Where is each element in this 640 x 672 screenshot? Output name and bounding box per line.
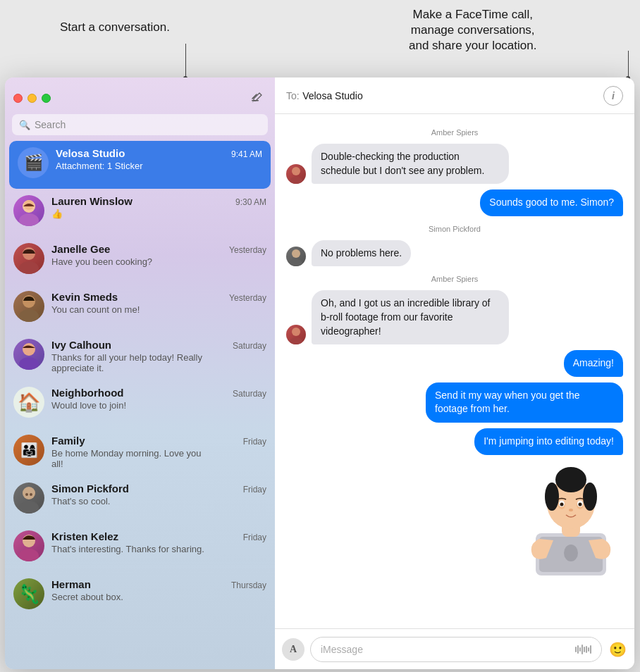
avatar-svg-kevin: [13, 291, 44, 322]
message-row-4: Oh, and I got us an incredible library o…: [286, 290, 623, 344]
conv-top-janelle: Janelle Gee Yesterday: [51, 243, 266, 255]
sidebar-header: [5, 77, 275, 114]
svg-point-31: [583, 483, 597, 511]
avatar-svg-janelle: [13, 243, 44, 274]
bubble-3: No problems here.: [312, 240, 411, 267]
msg-avatar-amber-2: [286, 325, 306, 344]
chat-to-label: To:: [286, 90, 300, 101]
conv-content-velosa: Velosa Studio 9:41 AM Attachment: 1 Stic…: [56, 147, 262, 171]
conv-name-velosa: Velosa Studio: [56, 147, 125, 159]
svg-point-11: [23, 487, 35, 499]
avatar-simon: [13, 483, 44, 514]
conv-preview-kristen: That's interesting. Thanks for sharing.: [51, 544, 214, 554]
conversation-item-velosa[interactable]: 🎬 Velosa Studio 9:41 AM Attachment: 1 St…: [9, 141, 271, 189]
avatar-ivy: [13, 339, 44, 370]
avatar-svg-simon: [13, 483, 44, 514]
conv-time-herman: Thursday: [231, 580, 266, 590]
message-row-1: Double-checking the production schedule …: [286, 144, 623, 184]
conv-name-herman: Herman: [51, 578, 91, 590]
sender-label-simon: Simon Pickford: [286, 225, 623, 233]
conv-time-janelle: Yesterday: [229, 245, 266, 255]
avatar-svg-amber: [286, 164, 306, 184]
search-icon: 🔍: [19, 120, 30, 130]
conversation-item-neighborhood[interactable]: 🏠 Neighborhood Saturday Would love to jo…: [5, 380, 275, 428]
message-input[interactable]: iMessage: [310, 637, 602, 662]
conv-preview-family: Be home Monday morning. Love you all!: [51, 448, 214, 469]
svg-point-38: [569, 509, 573, 511]
svg-point-28: [555, 467, 586, 492]
avatar-lauren: [13, 195, 44, 226]
emoji-button[interactable]: 🙂: [608, 640, 627, 659]
conversation-item-family[interactable]: 👨‍👩‍👧 Family Friday Be home Monday morni…: [5, 428, 275, 476]
avatar-svg-kristen: [13, 530, 44, 561]
svg-point-8: [19, 309, 39, 322]
svg-point-21: [292, 328, 300, 336]
conv-content-herman: Herman Thursday Secret about box.: [51, 578, 266, 602]
chat-messages: Amber Spiers Double-checking the product…: [275, 114, 634, 628]
avatar-herman: 🦎: [13, 578, 44, 609]
conv-top-velosa: Velosa Studio 9:41 AM: [56, 147, 262, 159]
search-bar[interactable]: 🔍 Search: [12, 114, 268, 135]
conv-name-kevin: Kevin Smeds: [51, 291, 118, 303]
conv-preview-ivy: Thanks for all your help today! Really a…: [51, 352, 214, 373]
app-window: 🔍 Search 🎬 Velosa Studio 9:41 AM Attachm…: [5, 77, 634, 669]
sender-label-amber-1: Amber Spiers: [286, 128, 623, 137]
appstore-button[interactable]: A: [282, 638, 304, 661]
conv-name-neighborhood: Neighborhood: [51, 387, 123, 399]
traffic-lights: [13, 94, 51, 103]
close-button[interactable]: [13, 94, 23, 103]
svg-point-20: [290, 259, 302, 266]
conv-top-kevin: Kevin Smeds Yesterday: [51, 291, 266, 303]
conversation-item-ivy[interactable]: Ivy Calhoun Saturday Thanks for all your…: [5, 332, 275, 380]
conversation-item-kevin[interactable]: Kevin Smeds Yesterday You can count on m…: [5, 285, 275, 332]
bubble-5: Amazing!: [564, 350, 623, 377]
conversation-item-kristen[interactable]: Kristen Kelez Friday That's interesting.…: [5, 524, 275, 572]
conv-top-lauren: Lauren Winslow 9:30 AM: [51, 195, 266, 207]
svg-point-17: [292, 167, 300, 175]
conv-top-family: Family Friday: [51, 435, 266, 447]
minimize-button[interactable]: [27, 94, 37, 103]
conv-top-simon: Simon Pickford Friday: [51, 483, 266, 494]
msg-avatar-amber: [286, 164, 306, 184]
message-row-5: Amazing!: [286, 350, 623, 377]
search-placeholder: Search: [35, 119, 66, 130]
conv-content-simon: Simon Pickford Friday That's so cool.: [51, 483, 266, 506]
conversation-item-janelle[interactable]: Janelle Gee Yesterday Have you been cook…: [5, 237, 275, 285]
conversation-item-lauren[interactable]: Lauren Winslow 9:30 AM 👍: [5, 189, 275, 237]
callout-line-start: [185, 44, 186, 77]
svg-point-10: [19, 357, 39, 370]
maximize-button[interactable]: [42, 94, 51, 103]
conv-time-velosa: 9:41 AM: [231, 149, 262, 159]
avatar-kristen: [13, 530, 44, 561]
svg-point-19: [292, 249, 300, 258]
conv-name-kristen: Kristen Kelez: [51, 530, 118, 542]
svg-point-3: [19, 213, 39, 226]
conv-top-neighborhood: Neighborhood Saturday: [51, 387, 266, 399]
avatar-family: 👨‍👩‍👧: [13, 435, 44, 466]
callout-facetime: Make a FaceTime call,manage conversation…: [409, 7, 536, 54]
info-button[interactable]: i: [603, 86, 623, 106]
chat-recipient: Velosa Studio: [302, 90, 363, 101]
callout-start-conversation: Start a conversation.: [60, 20, 170, 35]
svg-point-18: [290, 177, 302, 184]
conv-top-ivy: Ivy Calhoun Saturday: [51, 339, 266, 351]
avatar-janelle: [13, 243, 44, 274]
conversation-item-simon[interactable]: Simon Pickford Friday That's so cool.: [5, 476, 275, 524]
svg-point-9: [23, 343, 35, 356]
chat-input-bar: A iMessage 🙂: [275, 628, 634, 669]
conv-time-kevin: Yesterday: [229, 293, 266, 303]
conv-top-kristen: Kristen Kelez Friday: [51, 530, 266, 542]
conv-name-ivy: Ivy Calhoun: [51, 339, 111, 351]
conv-preview-lauren: 👍: [51, 209, 214, 219]
conv-time-simon: Friday: [243, 485, 266, 494]
sender-label-amber-2: Amber Spiers: [286, 275, 623, 283]
memoji-container: [515, 435, 627, 575]
avatar-velosa: 🎬: [18, 147, 49, 178]
conversation-item-herman[interactable]: 🦎 Herman Thursday Secret about box.: [5, 572, 275, 620]
svg-point-13: [25, 493, 28, 496]
avatar-kevin: [13, 291, 44, 322]
avatar-svg-lauren: [13, 195, 44, 226]
svg-point-25: [564, 545, 578, 561]
bubble-4: Oh, and I got us an incredible library o…: [312, 290, 509, 344]
compose-button[interactable]: [247, 88, 266, 108]
